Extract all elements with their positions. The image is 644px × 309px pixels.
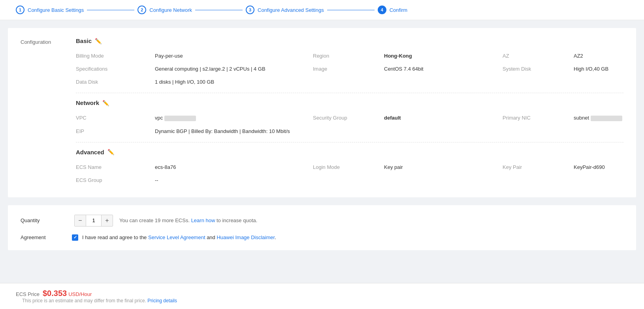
divider-1 bbox=[76, 93, 623, 93]
basic-edit-icon[interactable]: ✏️ bbox=[95, 38, 102, 44]
step-1-circle: 1 bbox=[16, 6, 24, 14]
image-label: Image bbox=[313, 64, 384, 73]
footer-content: ECS Price $0.353 USD/Hour This price is … bbox=[16, 289, 177, 303]
basic-fields: Billing Mode Pay-per-use Region Hong-Kon… bbox=[76, 51, 623, 86]
agreement-label: Agreement bbox=[21, 234, 68, 240]
stepper: 1 Configure Basic Settings 2 Configure N… bbox=[0, 0, 644, 20]
advanced-title: Advanced bbox=[76, 149, 104, 155]
config-card: Configuration Basic ✏️ Billing Mode Pay-… bbox=[8, 28, 636, 197]
data-disk-value: 1 disks | High I/O, 100 GB bbox=[155, 77, 313, 86]
network-edit-icon[interactable]: ✏️ bbox=[102, 100, 109, 106]
step-2-circle: 2 bbox=[137, 6, 146, 14]
primary-nic-value: subnet bbox=[574, 113, 623, 123]
ecs-name-label: ECS Name bbox=[76, 163, 155, 172]
az-value: AZ2 bbox=[574, 51, 623, 60]
vpc-value: vpc bbox=[155, 113, 313, 123]
basic-title: Basic bbox=[76, 37, 92, 44]
advanced-section-header: Advanced ✏️ bbox=[76, 149, 623, 155]
advanced-fields: ECS Name ecs-8a76 Login Mode Key pair Ke… bbox=[76, 163, 623, 185]
step-3-label: Configure Advanced Settings bbox=[258, 7, 324, 13]
step-3-circle: 3 bbox=[246, 6, 254, 14]
specifications-value: General computing | s2.large.2 | 2 vCPUs… bbox=[155, 64, 313, 73]
sla-link[interactable]: Service Level Agreement bbox=[148, 234, 205, 240]
learn-how-link[interactable]: Learn how bbox=[191, 217, 215, 223]
agreement-row: Agreement I have read and agree to the S… bbox=[21, 234, 623, 241]
step-line-3 bbox=[327, 10, 375, 10]
system-disk-value: High I/O,40 GB bbox=[574, 64, 623, 73]
disclaimer-link[interactable]: Huawei Image Disclaimer bbox=[217, 234, 275, 240]
region-value: Hong-Kong bbox=[384, 51, 503, 60]
quantity-stepper[interactable]: − + bbox=[74, 215, 113, 227]
step-3: 3 Configure Advanced Settings bbox=[246, 6, 324, 14]
agreement-checkbox[interactable] bbox=[72, 234, 78, 241]
quantity-input[interactable] bbox=[86, 215, 102, 226]
step-2: 2 Configure Network bbox=[137, 6, 192, 14]
login-mode-label: Login Mode bbox=[313, 163, 384, 172]
ecs-price-label: ECS Price bbox=[16, 291, 40, 297]
step-4-label: Confirm bbox=[390, 7, 408, 13]
step-4-circle: 4 bbox=[378, 6, 386, 14]
quantity-info: You can create 19 more ECSs. Learn how t… bbox=[119, 217, 257, 223]
eip-label: EIP bbox=[76, 127, 155, 136]
step-4: 4 Confirm bbox=[378, 6, 408, 14]
security-group-label: Security Group bbox=[313, 113, 384, 123]
divider-2 bbox=[76, 142, 623, 142]
basic-section-header: Basic ✏️ bbox=[76, 37, 623, 44]
quantity-row: Quantity − + You can create 19 more ECSs… bbox=[21, 215, 623, 227]
pricing-details-link[interactable]: Pricing details bbox=[147, 298, 177, 303]
footer-top: ECS Price $0.353 USD/Hour bbox=[16, 289, 177, 298]
bottom-card: Quantity − + You can create 19 more ECSs… bbox=[8, 205, 636, 250]
login-mode-value: Key pair bbox=[384, 163, 503, 172]
price-note: This price is an estimate and may differ… bbox=[22, 298, 177, 303]
specifications-label: Specifications bbox=[76, 64, 155, 73]
key-pair-label: Key Pair bbox=[503, 163, 574, 172]
ecs-name-value: ecs-8a76 bbox=[155, 163, 313, 172]
ecs-group-value: -- bbox=[155, 176, 313, 185]
image-value: CentOS 7.4 64bit bbox=[384, 64, 503, 73]
step-line-1 bbox=[87, 10, 134, 10]
step-1-label: Configure Basic Settings bbox=[28, 7, 84, 13]
ecs-group-label: ECS Group bbox=[76, 176, 155, 185]
quantity-label: Quantity bbox=[21, 217, 68, 223]
step-1: 1 Configure Basic Settings bbox=[16, 6, 84, 14]
step-2-label: Configure Network bbox=[149, 7, 192, 13]
data-disk-label: Data Disk bbox=[76, 77, 155, 86]
price-currency: USD/Hour bbox=[68, 291, 92, 297]
vpc-label: VPC bbox=[76, 113, 155, 123]
advanced-edit-icon[interactable]: ✏️ bbox=[107, 149, 114, 155]
step-line-2 bbox=[195, 10, 243, 10]
system-disk-label: System Disk bbox=[503, 64, 574, 73]
agreement-text: I have read and agree to the Service Lev… bbox=[82, 234, 276, 240]
primary-nic-label: Primary NIC bbox=[503, 113, 574, 123]
network-title: Network bbox=[76, 99, 99, 106]
footer-bar: ECS Price $0.353 USD/Hour This price is … bbox=[0, 283, 644, 309]
network-section-header: Network ✏️ bbox=[76, 99, 623, 106]
region-label: Region bbox=[313, 51, 384, 60]
security-group-value: default bbox=[384, 113, 503, 123]
billing-mode-label: Billing Mode bbox=[76, 51, 155, 60]
billing-mode-value: Pay-per-use bbox=[155, 51, 313, 60]
az-label: AZ bbox=[503, 51, 574, 60]
key-pair-value: KeyPair-d690 bbox=[574, 163, 623, 172]
main-content: Configuration Basic ✏️ Billing Mode Pay-… bbox=[0, 20, 644, 283]
quantity-increment-button[interactable]: + bbox=[102, 215, 113, 226]
configuration-label: Configuration bbox=[21, 37, 60, 188]
price-amount: $0.353 bbox=[43, 289, 67, 298]
quantity-decrement-button[interactable]: − bbox=[75, 215, 86, 226]
network-fields: VPC vpc Security Group default Primary N… bbox=[76, 113, 623, 136]
eip-value: Dynamic BGP | Billed By: Bandwidth | Ban… bbox=[155, 127, 313, 136]
